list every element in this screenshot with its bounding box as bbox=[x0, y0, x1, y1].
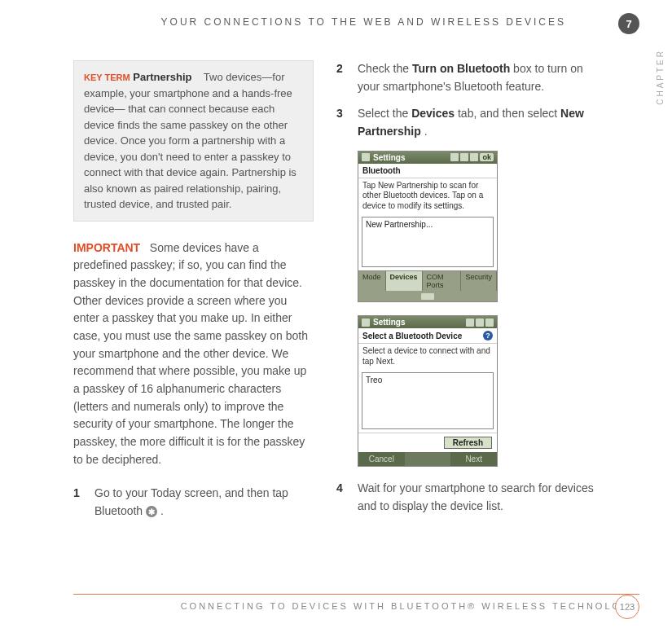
bold-devices: Devices bbox=[411, 107, 455, 120]
tab-com-ports[interactable]: COM Ports bbox=[423, 271, 462, 291]
step-text-post: . bbox=[424, 125, 428, 138]
key-term-label: KEY TERM bbox=[84, 72, 130, 82]
bluetooth-icon: ✱ bbox=[146, 506, 157, 517]
running-header: YOUR CONNECTIONS TO THE WEB AND WIRELESS… bbox=[73, 16, 639, 28]
refresh-button[interactable]: Refresh bbox=[444, 437, 492, 449]
status-icons bbox=[466, 318, 494, 327]
right-column: 2 Check the Turn on Bluetooth box to tur… bbox=[336, 60, 605, 530]
step-number: 3 bbox=[336, 105, 348, 140]
step-2: 2 Check the Turn on Bluetooth box to tur… bbox=[336, 60, 605, 95]
content-columns: KEY TERM Partnership Two devices—for exa… bbox=[73, 60, 639, 530]
screenshot-bluetooth-settings: Settings ok Bluetooth Tap New Partnershi… bbox=[358, 151, 498, 303]
step-body: Check the Turn on Bluetooth box to turn … bbox=[358, 60, 605, 95]
step-number: 2 bbox=[336, 60, 348, 95]
step-text-pre: Check the bbox=[358, 62, 412, 75]
footer-running-title: CONNECTING TO DEVICES WITH BLUETOOTH® WI… bbox=[73, 594, 639, 611]
step-text-mid: tab, and then select bbox=[458, 107, 560, 120]
step-number: 4 bbox=[336, 480, 348, 515]
tab-strip: Mode Devices COM Ports Security bbox=[358, 270, 497, 291]
found-devices-listbox[interactable]: Treo bbox=[362, 372, 494, 429]
step-3: 3 Select the Devices tab, and then selec… bbox=[336, 105, 605, 140]
important-note: IMPORTANT Some devices have a predefined… bbox=[73, 239, 314, 469]
keyboard-icon[interactable] bbox=[405, 452, 451, 466]
important-text: Some devices have a predefined passkey; … bbox=[73, 241, 308, 466]
panel-title: Bluetooth bbox=[358, 164, 497, 178]
step-number: 1 bbox=[73, 485, 85, 520]
device-listbox[interactable]: New Partnership... bbox=[362, 217, 494, 267]
titlebar: Settings bbox=[358, 316, 497, 328]
wifi-icon bbox=[476, 318, 484, 327]
next-button[interactable]: Next bbox=[450, 452, 497, 466]
tab-security[interactable]: Security bbox=[461, 271, 497, 291]
list-item-new-partnership[interactable]: New Partnership... bbox=[366, 220, 433, 229]
important-label: IMPORTANT bbox=[73, 241, 140, 254]
keyboard-icon[interactable] bbox=[421, 293, 434, 300]
tab-mode[interactable]: Mode bbox=[358, 271, 386, 291]
step-body: Wait for your smartphone to search for d… bbox=[358, 480, 605, 515]
titlebar: Settings ok bbox=[358, 152, 497, 164]
cancel-button[interactable]: Cancel bbox=[358, 452, 405, 466]
tab-devices[interactable]: Devices bbox=[386, 271, 423, 291]
key-term-callout: KEY TERM Partnership Two devices—for exa… bbox=[73, 60, 314, 222]
manual-page: YOUR CONNECTIONS TO THE WEB AND WIRELESS… bbox=[0, 0, 672, 637]
panel-title: Select a Bluetooth Device bbox=[362, 332, 462, 340]
step-text-pre: Select the bbox=[358, 107, 411, 120]
step-body: Select the Devices tab, and then select … bbox=[358, 105, 605, 140]
speaker-icon bbox=[470, 153, 478, 161]
signal-icon bbox=[466, 318, 474, 327]
footer-text: CONNECTING TO DEVICES WITH BLUETOOTH® WI… bbox=[181, 601, 639, 611]
chapter-number-badge: 7 bbox=[618, 13, 639, 34]
page-number-badge: 123 bbox=[615, 595, 639, 619]
signal-icon bbox=[450, 153, 459, 161]
panel-instructions: Select a device to connect with and tap … bbox=[358, 344, 497, 369]
status-icons: ok bbox=[450, 153, 494, 161]
key-term-name: Partnership bbox=[133, 71, 191, 83]
key-term-definition: Two devices—for example, your smartphone… bbox=[84, 71, 296, 210]
window-title: Settings bbox=[370, 153, 450, 162]
help-icon[interactable]: ? bbox=[483, 331, 493, 340]
speaker-icon bbox=[485, 318, 494, 327]
step-1: 1 Go to your Today screen, and then tap … bbox=[73, 485, 314, 520]
step-text-pre: Go to your Today screen, and then tap Bl… bbox=[94, 486, 288, 517]
step-body: Go to your Today screen, and then tap Bl… bbox=[94, 485, 314, 520]
ok-button[interactable]: ok bbox=[480, 153, 494, 161]
step-4: 4 Wait for your smartphone to search for… bbox=[336, 480, 605, 515]
chapter-label: CHAPTER bbox=[656, 49, 665, 105]
window-title: Settings bbox=[370, 318, 466, 327]
step-text-post: . bbox=[160, 504, 164, 517]
soft-key-bar: Cancel Next bbox=[358, 452, 497, 466]
list-item-treo[interactable]: Treo bbox=[366, 376, 382, 384]
panel-title-row: Select a Bluetooth Device ? bbox=[358, 328, 497, 344]
panel-instructions: Tap New Partnership to scan for other Bl… bbox=[358, 178, 497, 214]
bold-turn-on-bluetooth: Turn on Bluetooth bbox=[412, 62, 510, 75]
window-icon bbox=[362, 318, 370, 327]
wifi-icon bbox=[460, 153, 468, 161]
window-icon bbox=[362, 153, 370, 161]
screenshot-select-device: Settings Select a Bluetooth Device ? Sel… bbox=[358, 315, 498, 467]
refresh-row: Refresh bbox=[358, 433, 497, 452]
left-column: KEY TERM Partnership Two devices—for exa… bbox=[73, 60, 314, 530]
sip-bar bbox=[358, 291, 497, 301]
